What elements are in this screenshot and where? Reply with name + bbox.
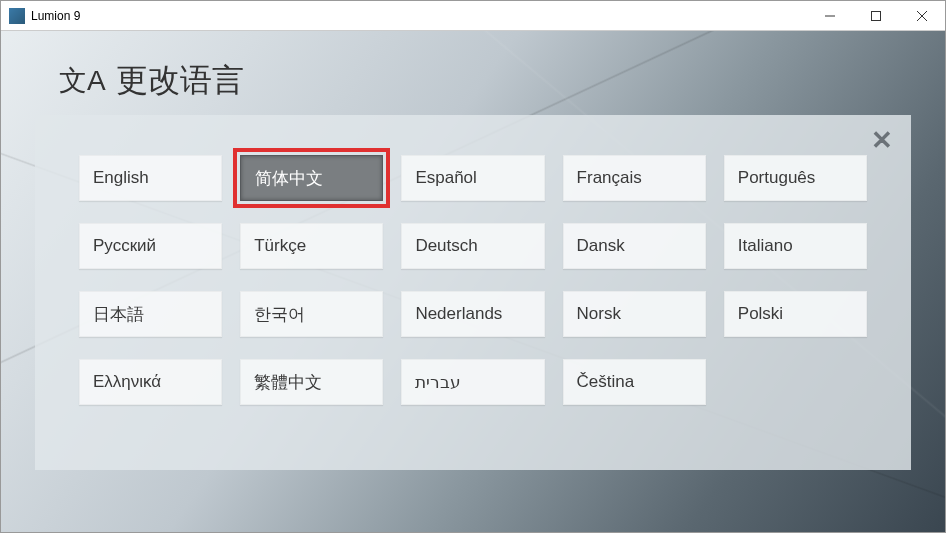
language-option-japanese[interactable]: 日本語 bbox=[79, 291, 222, 337]
language-option-turkish[interactable]: Türkçe bbox=[240, 223, 383, 269]
language-label: Português bbox=[738, 168, 816, 188]
language-label: English bbox=[93, 168, 149, 188]
language-option-dutch[interactable]: Nederlands bbox=[401, 291, 544, 337]
language-option-simplified-chinese[interactable]: 简体中文 bbox=[240, 155, 383, 201]
language-grid: English简体中文EspañolFrançaisPortuguêsРусск… bbox=[79, 155, 867, 405]
language-label: Türkçe bbox=[254, 236, 306, 256]
language-label: 日本語 bbox=[93, 303, 144, 326]
language-label: Français bbox=[577, 168, 642, 188]
minimize-button[interactable] bbox=[807, 1, 853, 30]
language-label: Ελληνικά bbox=[93, 372, 161, 392]
language-option-spanish[interactable]: Español bbox=[401, 155, 544, 201]
language-option-french[interactable]: Français bbox=[563, 155, 706, 201]
maximize-button[interactable] bbox=[853, 1, 899, 30]
app-icon bbox=[9, 8, 25, 24]
language-panel: ✕ English简体中文EspañolFrançaisPortuguêsРус… bbox=[35, 115, 911, 470]
language-label: 한국어 bbox=[254, 303, 305, 326]
page-title: 更改语言 bbox=[116, 59, 244, 103]
app-body: 文A 更改语言 ✕ English简体中文EspañolFrançaisPort… bbox=[1, 31, 945, 532]
window-controls bbox=[807, 1, 945, 30]
language-option-german[interactable]: Deutsch bbox=[401, 223, 544, 269]
language-option-russian[interactable]: Русский bbox=[79, 223, 222, 269]
app-window: Lumion 9 文A 更改语言 ✕ English简体中文EspañolFra… bbox=[0, 0, 946, 533]
page-header: 文A 更改语言 bbox=[1, 31, 945, 115]
language-label: Norsk bbox=[577, 304, 621, 324]
language-label: Polski bbox=[738, 304, 783, 324]
translate-icon: 文A bbox=[59, 62, 106, 100]
language-option-korean[interactable]: 한국어 bbox=[240, 291, 383, 337]
language-option-danish[interactable]: Dansk bbox=[563, 223, 706, 269]
language-label: Čeština bbox=[577, 372, 635, 392]
language-option-greek[interactable]: Ελληνικά bbox=[79, 359, 222, 405]
language-label: עברית bbox=[415, 372, 461, 393]
language-option-traditional-chinese[interactable]: 繁體中文 bbox=[240, 359, 383, 405]
language-label: 繁體中文 bbox=[254, 371, 322, 394]
language-label: Deutsch bbox=[415, 236, 477, 256]
language-option-hebrew[interactable]: עברית bbox=[401, 359, 544, 405]
language-label: Italiano bbox=[738, 236, 793, 256]
language-label: Dansk bbox=[577, 236, 625, 256]
window-title: Lumion 9 bbox=[31, 9, 807, 23]
language-label: Nederlands bbox=[415, 304, 502, 324]
svg-rect-1 bbox=[872, 11, 881, 20]
close-window-button[interactable] bbox=[899, 1, 945, 30]
language-option-czech[interactable]: Čeština bbox=[563, 359, 706, 405]
language-label: Русский bbox=[93, 236, 156, 256]
language-option-norwegian[interactable]: Norsk bbox=[563, 291, 706, 337]
language-option-english[interactable]: English bbox=[79, 155, 222, 201]
language-option-portuguese[interactable]: Português bbox=[724, 155, 867, 201]
language-label: Español bbox=[415, 168, 476, 188]
language-option-polish[interactable]: Polski bbox=[724, 291, 867, 337]
language-option-italian[interactable]: Italiano bbox=[724, 223, 867, 269]
language-label: 简体中文 bbox=[255, 167, 323, 190]
titlebar: Lumion 9 bbox=[1, 1, 945, 31]
close-panel-button[interactable]: ✕ bbox=[871, 127, 893, 153]
